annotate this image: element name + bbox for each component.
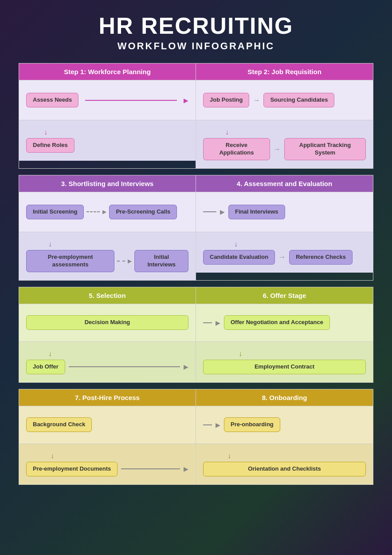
section-pair-1: Step 1: Workforce Planning Assess Needs … — [19, 63, 373, 169]
node-receive-apps: Receive Applications — [203, 138, 270, 160]
header-shortlist: 3. Shortlisting and Interviews — [19, 175, 196, 192]
row-job-posting: Job Posting → Sourcing Candidates — [196, 80, 373, 120]
node-initial-interviews: Initial Interviews — [134, 250, 188, 272]
node-decision-making: Decision Making — [26, 315, 188, 330]
row-define-roles: ↓ Define Roles — [19, 120, 196, 161]
row-background-check: Background Check — [19, 406, 196, 444]
section-col-assessment: 4. Assessment and Evaluation ▶ Final Int… — [196, 175, 373, 280]
node-offer-negotiation: Offer Negotiation and Acceptance — [224, 315, 330, 330]
header-workforce: Step 1: Workforce Planning — [19, 63, 196, 80]
node-job-offer: Job Offer — [26, 360, 65, 374]
header-onboarding: 8. Onboarding — [196, 389, 373, 406]
section-pair-3: 5. Selection Decision Making ↓ Job Offer… — [19, 287, 373, 383]
node-final-interviews: Final Interviews — [228, 205, 285, 219]
row-candidate-eval: ↓ Candidate Evaluation → Reference Check… — [196, 232, 373, 273]
row-preemployment-docs: ↓ Pre-employment Documents ▶ — [19, 444, 196, 484]
row-employment-contract: ↓ Employment Contract — [196, 341, 373, 382]
section-col-offer: 6. Offer Stage ▶ Offer Negotiation and A… — [196, 287, 373, 382]
node-reference-checks: Reference Checks — [289, 250, 353, 265]
node-job-posting: Job Posting — [203, 93, 249, 107]
sub-title: WORKFLOW INFOGRAPHIC — [19, 40, 373, 52]
row-final-interviews: ▶ Final Interviews — [196, 192, 373, 232]
workflow-grid: Step 1: Workforce Planning Assess Needs … — [19, 63, 373, 484]
page-container: HR RECRUITING WORKFLOW INFOGRAPHIC Step … — [19, 13, 373, 485]
node-initial-screening: Initial Screening — [26, 205, 84, 219]
row-initial-screening: Initial Screening ▶ Pre-Screening Calls — [19, 192, 196, 232]
node-preemployment-docs: Pre-employment Documents — [26, 462, 118, 476]
row-preonboarding: ▶ Pre-onboarding — [196, 406, 373, 444]
node-sourcing: Sourcing Candidates — [263, 93, 334, 107]
node-preemployment: Pre-employment assessments — [26, 250, 114, 272]
section-col-selection: 5. Selection Decision Making ↓ Job Offer… — [19, 287, 196, 382]
row-receive-apps: ↓ Receive Applications → Applicant Track… — [196, 120, 373, 168]
header-selection: 5. Selection — [19, 287, 196, 304]
section-pair-4: 7. Post-Hire Process Background Check ↓ … — [19, 389, 373, 485]
node-prescreening: Pre-Screening Calls — [109, 205, 177, 219]
section-col-posthire: 7. Post-Hire Process Background Check ↓ … — [19, 389, 196, 484]
node-candidate-eval: Candidate Evaluation — [203, 250, 275, 265]
row-assess-needs: Assess Needs ▶ — [19, 80, 196, 120]
node-background-check: Background Check — [26, 417, 92, 432]
node-assess-needs: Assess Needs — [26, 93, 78, 107]
header-jobreq: Step 2: Job Requisition — [196, 63, 373, 80]
main-title: HR RECRUITING — [19, 13, 373, 39]
section-pair-2: 3. Shortlisting and Interviews Initial S… — [19, 175, 373, 281]
section-col-shortlist: 3. Shortlisting and Interviews Initial S… — [19, 175, 196, 280]
row-job-offer: ↓ Job Offer ▶ — [19, 341, 196, 382]
section-col-workforce: Step 1: Workforce Planning Assess Needs … — [19, 63, 196, 168]
header-assessment: 4. Assessment and Evaluation — [196, 175, 373, 192]
header-offer: 6. Offer Stage — [196, 287, 373, 304]
section-col-jobreq: Step 2: Job Requisition Job Posting → So… — [196, 63, 373, 168]
header-posthire: 7. Post-Hire Process — [19, 389, 196, 406]
row-orientation: ↓ Orientation and Checklists — [196, 444, 373, 484]
row-decision-making: Decision Making — [19, 304, 196, 341]
title-section: HR RECRUITING WORKFLOW INFOGRAPHIC — [19, 13, 373, 52]
node-ats: Applicant Tracking System — [284, 138, 366, 160]
node-employment-contract: Employment Contract — [203, 360, 366, 374]
node-orientation: Orientation and Checklists — [203, 462, 366, 476]
node-define-roles: Define Roles — [26, 138, 74, 153]
node-preonboarding: Pre-onboarding — [224, 417, 280, 432]
row-offer-negotiation: ▶ Offer Negotiation and Acceptance — [196, 304, 373, 341]
section-col-onboarding: 8. Onboarding ▶ Pre-onboarding ↓ Orienta… — [196, 389, 373, 484]
row-preemployment: ↓ Pre-employment assessments ▶ Initial I… — [19, 232, 196, 280]
